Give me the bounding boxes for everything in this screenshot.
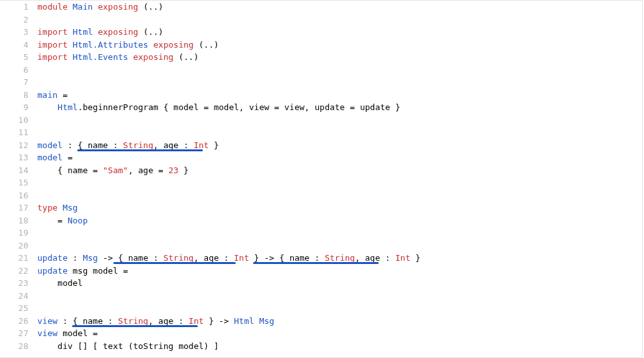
token-txt: } -> [204, 316, 234, 326]
line-number: 14 [0, 165, 37, 175]
token-txt [68, 2, 73, 12]
code-content[interactable]: view model = [37, 328, 642, 338]
code-line[interactable]: 26view : { name : String, age : Int } ->… [0, 315, 642, 328]
code-content[interactable]: { name = "Sam", age = 23 } [37, 165, 642, 175]
code-content[interactable]: update : Msg -> { name : String, age : I… [37, 253, 642, 263]
token-txt [57, 203, 62, 212]
token-txt [128, 52, 133, 62]
token-name: Msg [62, 203, 77, 212]
token-name: Msg [82, 253, 97, 263]
line-number: 25 [0, 303, 37, 313]
annotation-underline [72, 325, 198, 327]
code-content[interactable]: = Noop [37, 216, 642, 225]
line-number: 22 [0, 266, 37, 276]
line-number: 23 [0, 278, 37, 288]
code-line[interactable]: 3import Html exposing (..) [0, 26, 642, 39]
token-name: Html [57, 102, 77, 112]
token-name: view [37, 328, 57, 338]
code-line[interactable]: 16 [0, 189, 642, 202]
token-ty: String [164, 253, 194, 263]
token-str: "Sam" [103, 165, 128, 175]
code-editor[interactable]: 1module Main exposing (..)23import Html … [0, 0, 643, 358]
code-content[interactable]: type Msg [37, 203, 642, 212]
token-txt: model = [57, 328, 98, 338]
token-txt: , age : [148, 316, 189, 326]
code-line[interactable]: 13model = [0, 151, 642, 164]
token-txt: = [57, 90, 68, 100]
code-content[interactable]: update msg model = [37, 266, 642, 276]
code-line[interactable]: 22update msg model = [0, 265, 642, 278]
code-content[interactable]: model = [37, 153, 642, 162]
code-content[interactable]: model [37, 278, 642, 288]
code-line[interactable]: 4import Html.Attributes exposing (..) [0, 39, 642, 52]
token-ty: String [325, 253, 355, 263]
code-content[interactable]: module Main exposing (..) [37, 2, 642, 12]
line-number: 10 [0, 115, 37, 125]
code-line[interactable]: 23 model [0, 277, 642, 290]
code-line[interactable]: 17type Msg [0, 202, 642, 214]
code-line[interactable]: 2 [0, 14, 642, 26]
code-line[interactable]: 24 [0, 290, 642, 303]
token-txt: } -> { name : [249, 253, 325, 263]
token-kw: import [37, 52, 68, 62]
line-number: 17 [0, 203, 37, 212]
line-number: 5 [0, 52, 37, 62]
code-content[interactable]: div [] [ text (toString model) ] [37, 341, 642, 351]
token-kw: exposing [98, 2, 138, 12]
code-line[interactable]: 21update : Msg -> { name : String, age :… [0, 252, 642, 265]
code-content[interactable]: main = [37, 90, 642, 100]
line-number: 3 [0, 27, 37, 37]
token-name: Html.Attributes [73, 40, 148, 50]
token-name: view [37, 316, 57, 326]
line-number: 26 [0, 316, 37, 326]
code-line[interactable]: 10 [0, 114, 642, 127]
token-name: Noop [68, 216, 88, 225]
token-txt [68, 27, 73, 37]
token-txt: , age : [153, 140, 194, 150]
token-name: Msg [259, 316, 274, 326]
code-content[interactable]: import Html exposing (..) [37, 27, 642, 37]
token-kw: exposing [153, 40, 194, 50]
token-txt: (..) [194, 40, 219, 50]
token-kw: exposing [98, 27, 138, 37]
code-line[interactable]: 15 [0, 176, 642, 189]
code-line[interactable]: 11 [0, 126, 642, 139]
line-number: 24 [0, 291, 37, 301]
code-line[interactable]: 7 [0, 76, 642, 89]
token-txt: (..) [138, 2, 164, 12]
code-line[interactable]: 12model : { name : String, age : Int } [0, 139, 642, 152]
token-txt [37, 102, 57, 112]
token-txt: } [178, 165, 189, 175]
token-ty: Int [234, 253, 249, 263]
token-ty: String [123, 140, 153, 150]
token-name: Html.Events [73, 52, 128, 62]
code-line[interactable]: 28 div [] [ text (toString model) ] [0, 340, 642, 353]
token-name: Main [73, 2, 93, 12]
code-line[interactable]: 19 [0, 227, 642, 240]
annotation-underline [77, 149, 203, 151]
code-content[interactable]: import Html.Events exposing (..) [37, 52, 642, 62]
token-txt [148, 40, 153, 50]
code-line[interactable]: 18 = Noop [0, 214, 642, 227]
line-number: 13 [0, 153, 37, 162]
code-line[interactable]: 6 [0, 64, 642, 77]
code-line[interactable]: 20 [0, 240, 642, 252]
code-content[interactable]: view : { name : String, age : Int } -> H… [37, 316, 642, 326]
code-line[interactable]: 27view model = [0, 327, 642, 340]
token-txt: , age = [128, 165, 169, 175]
token-name: model [37, 140, 62, 150]
code-line[interactable]: 9 Html.beginnerProgram { model = model, … [0, 101, 642, 114]
code-content[interactable]: import Html.Attributes exposing (..) [37, 40, 642, 50]
code-line[interactable]: 1module Main exposing (..) [0, 1, 642, 14]
token-txt [68, 40, 73, 50]
code-line[interactable]: 8main = [0, 89, 642, 102]
token-txt: : { name : [62, 140, 123, 150]
token-name: main [37, 90, 57, 100]
token-txt: } [410, 253, 421, 263]
code-line[interactable]: 14 { name = "Sam", age = 23 } [0, 164, 642, 177]
code-line[interactable]: 25 [0, 302, 642, 315]
code-content[interactable]: model : { name : String, age : Int } [37, 140, 642, 150]
token-kw: import [37, 27, 68, 37]
code-line[interactable]: 5import Html.Events exposing (..) [0, 51, 642, 64]
code-content[interactable]: Html.beginnerProgram { model = model, vi… [37, 102, 642, 112]
